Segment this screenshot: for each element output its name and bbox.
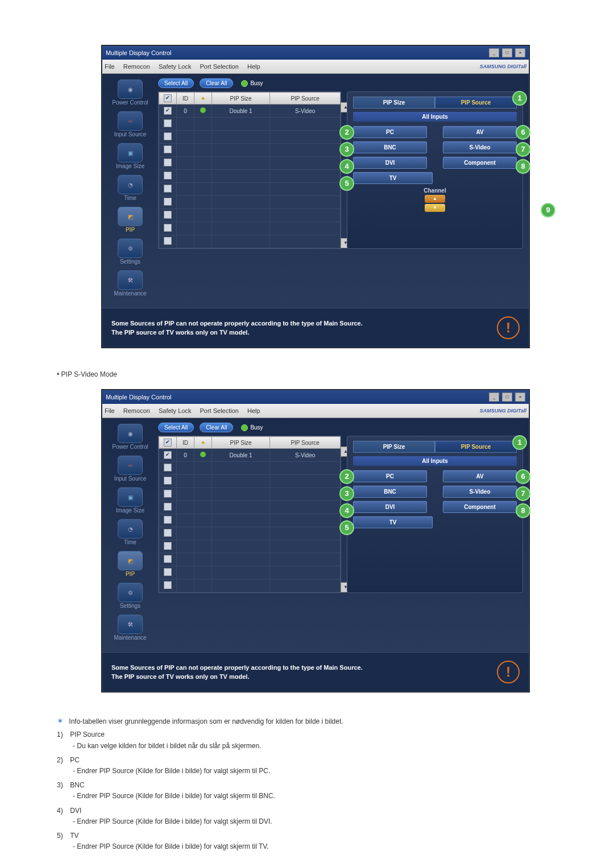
- table-row[interactable]: [159, 209, 341, 222]
- row-check[interactable]: [164, 107, 172, 115]
- table-row[interactable]: [159, 579, 341, 592]
- table-row[interactable]: [159, 488, 341, 501]
- menu-safety-lock[interactable]: Safety Lock: [159, 407, 191, 414]
- table-row[interactable]: [159, 527, 341, 540]
- sidebar-item-input-source[interactable]: ⇨ Input Source: [105, 111, 156, 137]
- info-intro: Info-tabellen viser grunnleggende inform…: [69, 717, 343, 725]
- component-button[interactable]: Component: [443, 501, 517, 513]
- sidebar-item-power-control[interactable]: ◉ Power Control: [105, 80, 156, 106]
- tab-pip-source[interactable]: PIP Source: [435, 97, 517, 108]
- callout-3: 3: [339, 486, 354, 501]
- col-pip-source[interactable]: PIP Source: [270, 437, 341, 449]
- table-row[interactable]: [159, 501, 341, 514]
- av-button[interactable]: AV: [443, 126, 517, 138]
- sidebar-item-settings[interactable]: ⚙ Settings: [105, 239, 156, 265]
- pc-button[interactable]: PC: [353, 126, 427, 138]
- select-all-button[interactable]: Select All: [158, 78, 194, 88]
- minimize-button[interactable]: _: [489, 48, 499, 57]
- item-sub: - Endrer PIP Source (Kilde for Bilde i b…: [57, 791, 574, 802]
- table-row[interactable]: [159, 514, 341, 527]
- menu-file[interactable]: File: [105, 407, 115, 414]
- tv-button[interactable]: TV: [353, 516, 433, 528]
- dvi-button[interactable]: DVI: [353, 157, 427, 169]
- bnc-button[interactable]: BNC: [353, 486, 427, 498]
- bnc-button[interactable]: BNC: [353, 141, 427, 153]
- sidebar-item-maintenance[interactable]: 🛠 Maintenance: [105, 270, 156, 297]
- table-row[interactable]: [159, 553, 341, 566]
- menu-help[interactable]: Help: [247, 63, 260, 70]
- row-check[interactable]: [164, 451, 172, 459]
- tab-pip-size[interactable]: PIP Size: [353, 97, 435, 108]
- tv-button[interactable]: TV: [353, 172, 433, 184]
- col-pip-source[interactable]: PIP Source: [270, 93, 341, 105]
- svideo-button[interactable]: S-Video: [443, 141, 517, 153]
- table-row[interactable]: [159, 131, 341, 144]
- channel-down-button[interactable]: ▼: [425, 204, 445, 212]
- sidebar: ◉ Power Control ⇨ Input Source ▣ Image S…: [102, 74, 158, 308]
- sidebar-item-label: Settings: [120, 258, 140, 265]
- tab-pip-source[interactable]: PIP Source: [435, 441, 517, 453]
- pc-button[interactable]: PC: [353, 470, 427, 482]
- sidebar-item-time[interactable]: ◔Time: [105, 519, 156, 545]
- table-row[interactable]: [159, 222, 341, 235]
- menu-port-selection[interactable]: Port Selection: [200, 63, 238, 70]
- table-row[interactable]: [159, 462, 341, 475]
- maximize-button[interactable]: □: [502, 393, 512, 402]
- sidebar-item-pip[interactable]: ◩ PIP: [105, 207, 156, 233]
- svideo-button[interactable]: S-Video: [443, 486, 517, 498]
- table-row[interactable]: [159, 566, 341, 579]
- sidebar-item-image-size[interactable]: ▣Image Size: [105, 487, 156, 514]
- table-row[interactable]: [159, 196, 341, 209]
- display-table: ID ✦ PIP Size PIP Source 0 Double 1 S-Vi: [158, 436, 341, 593]
- select-all-button[interactable]: Select All: [158, 423, 194, 432]
- channel-up-button[interactable]: ▲: [425, 195, 445, 203]
- clear-all-button[interactable]: Clear All: [200, 78, 233, 88]
- tab-pip-size[interactable]: PIP Size: [353, 441, 435, 453]
- table-row[interactable]: 0 Double 1 S-Video: [159, 105, 341, 118]
- menu-safety-lock[interactable]: Safety Lock: [159, 63, 191, 70]
- table-row[interactable]: [159, 157, 341, 170]
- sidebar-item-image-size[interactable]: ▣ Image Size: [105, 143, 156, 169]
- col-check[interactable]: [159, 93, 177, 105]
- busy-dot-icon: [241, 424, 248, 431]
- item-sub: - Du kan velge kilden for bildet i bilde…: [57, 741, 574, 752]
- table-row[interactable]: [159, 235, 341, 248]
- maximize-button[interactable]: □: [502, 48, 512, 57]
- all-inputs-header: All Inputs: [353, 112, 517, 122]
- channel-label: Channel: [353, 187, 517, 194]
- menu-file[interactable]: File: [105, 63, 115, 70]
- col-status[interactable]: ✦: [194, 437, 212, 449]
- close-button[interactable]: ×: [515, 48, 525, 57]
- col-pip-size[interactable]: PIP Size: [212, 93, 270, 105]
- table-row[interactable]: [159, 144, 341, 157]
- sidebar-item-power-control[interactable]: ◉Power Control: [105, 424, 156, 450]
- sidebar-item-time[interactable]: ◔ Time: [105, 175, 156, 201]
- dvi-button[interactable]: DVI: [353, 501, 427, 513]
- table-row[interactable]: [159, 183, 341, 196]
- col-id[interactable]: ID: [177, 93, 194, 105]
- table-row[interactable]: [159, 118, 341, 131]
- sidebar-item-pip[interactable]: ◩PIP: [105, 551, 156, 577]
- col-status[interactable]: ✦: [194, 93, 212, 105]
- minimize-button[interactable]: _: [489, 393, 499, 402]
- component-button[interactable]: Component: [443, 157, 517, 169]
- av-button[interactable]: AV: [443, 470, 517, 482]
- col-pip-size[interactable]: PIP Size: [212, 437, 270, 449]
- close-button[interactable]: ×: [515, 393, 525, 402]
- table-row[interactable]: [159, 540, 341, 553]
- sidebar-item-maintenance[interactable]: 🛠Maintenance: [105, 615, 156, 641]
- sidebar-item-settings[interactable]: ⚙Settings: [105, 583, 156, 609]
- window-controls: _ □ ×: [488, 48, 525, 57]
- menu-remocon[interactable]: Remocon: [123, 63, 150, 70]
- menu-port-selection[interactable]: Port Selection: [200, 407, 238, 414]
- callout-9: 9: [541, 203, 555, 218]
- table-row[interactable]: [159, 170, 341, 183]
- table-row[interactable]: [159, 475, 341, 488]
- col-check[interactable]: [159, 437, 177, 449]
- sidebar-item-input-source[interactable]: ⇨Input Source: [105, 456, 156, 482]
- col-id[interactable]: ID: [177, 437, 194, 449]
- clear-all-button[interactable]: Clear All: [200, 423, 233, 432]
- menu-remocon[interactable]: Remocon: [123, 407, 150, 414]
- table-row[interactable]: 0 Double 1 S-Video: [159, 449, 341, 462]
- menu-help[interactable]: Help: [247, 407, 260, 414]
